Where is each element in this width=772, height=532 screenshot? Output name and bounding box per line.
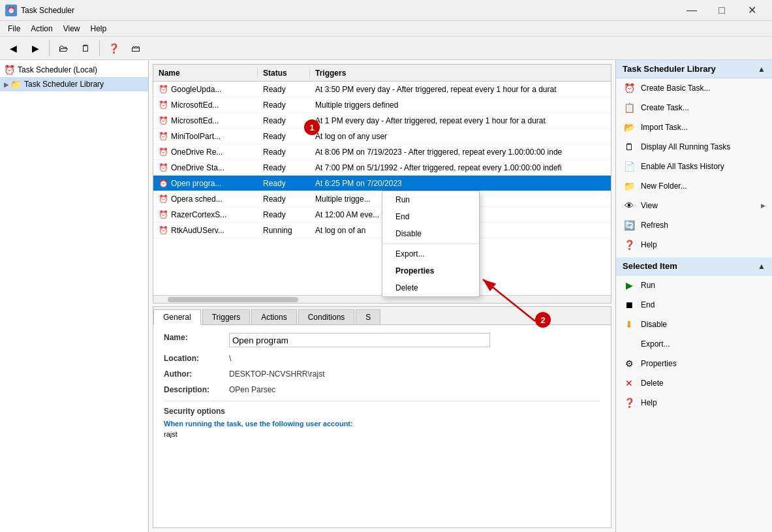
ctx-item-properties[interactable]: Properties [382, 262, 479, 279]
maximize-button[interactable]: □ [707, 0, 737, 21]
table-row[interactable]: ⏰ MiniToolPart... Ready At log on of any… [153, 129, 611, 144]
action-sel-label-2: Disable [641, 320, 667, 329]
window-controls: — □ ✕ [677, 0, 767, 21]
action-selected-5[interactable]: ✕ Delete [616, 373, 772, 393]
detail-name-row: Name: [164, 333, 600, 347]
action-sel-icon-5: ✕ [623, 377, 636, 390]
row-name-7: ⏰ Opera sched... [153, 195, 258, 204]
action-selected-6[interactable]: ❓ Help [616, 393, 772, 413]
action-label-1: Create Task... [641, 103, 689, 112]
toolbar-sep-2 [99, 40, 100, 56]
action-sel-label-0: Run [641, 281, 655, 290]
title-bar: ⏰ Task Scheduler — □ ✕ [0, 0, 772, 21]
actions-list-library: ⏰ Create Basic Task... 📋 Create Task... … [616, 78, 772, 255]
action-selected-1[interactable]: ⏹ End [616, 295, 772, 315]
action-selected-2[interactable]: ⬇ Disable [616, 315, 772, 334]
table-row[interactable]: ⏰ OneDrive Sta... Ready At 7:00 PM on 5/… [153, 160, 611, 176]
ctx-item-end[interactable]: End [382, 208, 479, 225]
action-icon-7: 🔄 [623, 219, 636, 232]
action-label-5: New Folder... [641, 181, 687, 191]
action-icon-3: 🗒 [623, 140, 636, 153]
action-library-0[interactable]: ⏰ Create Basic Task... [616, 78, 772, 98]
action-library-7[interactable]: 🔄 Refresh [616, 215, 772, 235]
action-library-2[interactable]: 📂 Import Task... [616, 117, 772, 137]
action-selected-3[interactable]: Export... [616, 334, 772, 354]
toolbar-back[interactable]: ◀ [3, 39, 23, 57]
toolbar-extra[interactable]: 🗃 [125, 39, 146, 57]
action-selected-0[interactable]: ▶ Run [616, 275, 772, 295]
table-row[interactable]: ⏰ MicrosoftEd... Ready At 1 PM every day… [153, 113, 611, 129]
ctx-item-run[interactable]: Run [382, 191, 479, 208]
action-sel-icon-1: ⏹ [623, 298, 636, 311]
task-icon-3: ⏰ [159, 132, 168, 141]
ctx-item-export...[interactable]: Export... [382, 245, 479, 262]
toolbar-forward[interactable]: ▶ [25, 39, 46, 57]
row-status-7: Ready [258, 195, 310, 204]
name-label: Name: [164, 333, 229, 342]
table-row[interactable]: ⏰ MicrosoftEd... Ready Multiple triggers… [153, 97, 611, 113]
action-library-3[interactable]: 🗒 Display All Running Tasks [616, 137, 772, 157]
table-row[interactable]: ⏰ OneDrive Re... Ready At 8:06 PM on 7/1… [153, 144, 611, 160]
menu-file[interactable]: File [3, 23, 25, 35]
tab-triggers[interactable]: Triggers [202, 309, 251, 324]
row-name-0: ⏰ GoogleUpda... [153, 85, 258, 94]
tab-conditions[interactable]: Conditions [298, 309, 355, 324]
col-header-name[interactable]: Name [153, 69, 258, 78]
row-name-1: ⏰ MicrosoftEd... [153, 101, 258, 110]
close-button[interactable]: ✕ [737, 0, 767, 21]
toolbar-help[interactable]: ❓ [103, 39, 124, 57]
action-sel-icon-2: ⬇ [623, 318, 636, 331]
menu-view[interactable]: View [58, 23, 85, 35]
task-icon-9: ⏰ [159, 226, 168, 235]
table-row[interactable]: ⏰ Open progra... Ready At 6:25 PM on 7/2… [153, 176, 611, 191]
action-icon-4: 📄 [623, 160, 636, 173]
tree-item-local[interactable]: ⏰ Task Scheduler (Local) [0, 63, 148, 77]
section2-arrow-icon: ▲ [758, 262, 765, 271]
folder-icon: 📁 [10, 79, 22, 89]
task-icon-1: ⏰ [159, 101, 168, 110]
scrollbar-thumb[interactable] [168, 297, 298, 302]
desc-label: Description: [164, 385, 229, 394]
col-header-triggers[interactable]: Triggers [310, 69, 611, 78]
tab-s[interactable]: S [356, 309, 380, 324]
tab-content-general: Name: Location: \ Author: DESKTOP-NCVSHR… [153, 325, 611, 527]
action-library-6[interactable]: 👁 View [616, 196, 772, 215]
menu-help[interactable]: Help [85, 23, 112, 35]
author-value: DESKTOP-NCVSHRR\rajst [229, 369, 600, 379]
action-library-5[interactable]: 📁 New Folder... [616, 176, 772, 196]
tab-actions[interactable]: Actions [251, 309, 296, 324]
action-selected-4[interactable]: ⚙ Properties [616, 354, 772, 373]
context-menu: RunEndDisableExport...PropertiesDelete [382, 191, 480, 297]
tree-item-library[interactable]: ▶ 📁 Task Scheduler Library [0, 77, 148, 91]
action-sel-icon-4: ⚙ [623, 357, 636, 370]
action-sel-label-5: Delete [641, 379, 664, 388]
table-header: Name Status Triggers [153, 65, 611, 82]
tab-general[interactable]: General [153, 309, 201, 325]
row-trigger-2: At 1 PM every day - After triggered, rep… [310, 116, 611, 125]
row-name-8: ⏰ RazerCortexS... [153, 210, 258, 219]
toolbar-tasks[interactable]: 🗒 [75, 39, 96, 57]
action-library-1[interactable]: 📋 Create Task... [616, 98, 772, 117]
action-icon-5: 📁 [623, 180, 636, 193]
minimize-button[interactable]: — [677, 0, 707, 21]
table-row[interactable]: ⏰ GoogleUpda... Ready At 3:50 PM every d… [153, 82, 611, 97]
col-header-status[interactable]: Status [258, 69, 310, 78]
menu-action[interactable]: Action [25, 23, 57, 35]
action-library-8[interactable]: ❓ Help [616, 235, 772, 255]
row-name-5: ⏰ OneDrive Sta... [153, 163, 258, 172]
row-status-6: Ready [258, 179, 310, 188]
action-label-8: Help [641, 240, 657, 249]
name-input[interactable] [229, 333, 490, 347]
row-trigger-4: At 8:06 PM on 7/19/2023 - After triggere… [310, 148, 611, 157]
action-label-7: Refresh [641, 221, 668, 230]
ctx-item-disable[interactable]: Disable [382, 225, 479, 242]
row-status-1: Ready [258, 101, 310, 110]
tree-local-label: Task Scheduler (Local) [18, 65, 97, 74]
action-label-4: Enable All Tasks History [641, 162, 724, 171]
action-library-4[interactable]: 📄 Enable All Tasks History [616, 157, 772, 176]
toolbar-folder[interactable]: 🗁 [53, 39, 74, 57]
row-name-2: ⏰ MicrosoftEd... [153, 116, 258, 125]
ctx-item-delete[interactable]: Delete [382, 279, 479, 296]
task-icon-6: ⏰ [159, 179, 168, 188]
action-sel-label-3: Export... [641, 339, 670, 349]
